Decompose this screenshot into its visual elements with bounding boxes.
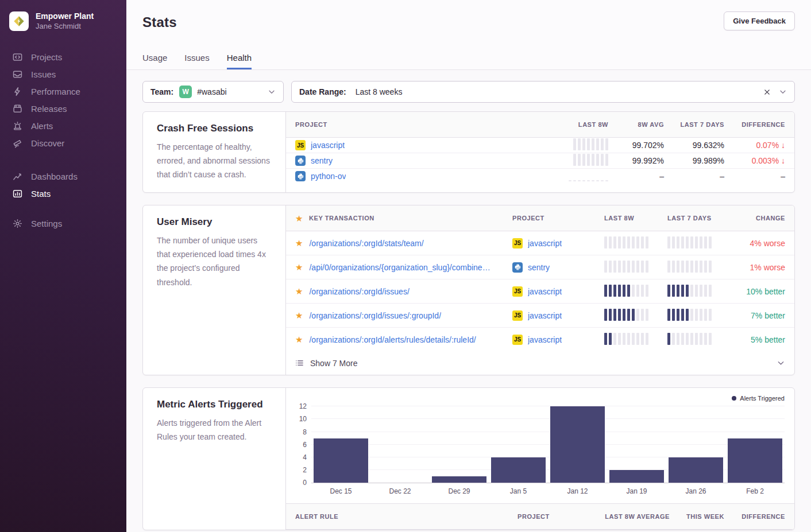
- column-header: 8W AVG: [638, 121, 664, 128]
- date-range-value: Last 8 weeks: [356, 87, 403, 96]
- chart-plot: [311, 405, 785, 483]
- sidebar-item-label: Dashboards: [31, 172, 78, 181]
- avg-value: 99.702%: [632, 141, 664, 150]
- difference-value: 0.003% ↓: [752, 156, 785, 165]
- column-header: LAST 8W AVERAGE: [605, 513, 670, 520]
- user-misery-row: ★/organizations/:orgId/issues/:groupId/J…: [286, 304, 794, 328]
- x-tick-label: Jan 12: [548, 487, 607, 495]
- user-misery-row: ★/organizations/:orgId/stats/team/JSjava…: [286, 231, 794, 255]
- key-transaction-star-icon[interactable]: ★: [295, 239, 303, 247]
- chevron-down-icon[interactable]: [777, 359, 785, 367]
- javascript-platform-icon: JS: [512, 286, 523, 297]
- column-header: CHANGE: [756, 215, 785, 222]
- sidebar-item-dashboards[interactable]: Dashboards: [9, 168, 117, 185]
- tab-usage[interactable]: Usage: [142, 53, 167, 69]
- clear-icon[interactable]: [763, 88, 771, 96]
- show-more-row[interactable]: Show 7 More: [286, 351, 794, 375]
- transaction-link[interactable]: /organizations/:orgId/issues/:groupId/: [309, 311, 441, 320]
- sidebar-nav: ProjectsIssuesPerformanceReleasesAlertsD…: [9, 48, 117, 232]
- sidebar-item-settings[interactable]: Settings: [9, 215, 117, 232]
- metric-alerts-panel: Metric Alerts Triggered Alerts triggered…: [142, 387, 795, 530]
- sidebar-item-projects[interactable]: Projects: [9, 48, 117, 65]
- page-body: Team: W #wasabi Date Range: Last 8 weeks: [126, 70, 811, 532]
- change-value: 10% better: [746, 287, 785, 296]
- transaction-link[interactable]: /api/0/organizations/{organization_slug}…: [309, 263, 490, 272]
- give-feedback-button[interactable]: Give Feedback: [724, 11, 795, 30]
- project-link[interactable]: javascript: [311, 141, 345, 150]
- filter-bar: Team: W #wasabi Date Range: Last 8 weeks: [142, 81, 795, 103]
- key-transaction-star-icon[interactable]: ★: [295, 311, 303, 320]
- alerts-icon: [11, 121, 23, 131]
- tab-issues[interactable]: Issues: [184, 53, 209, 69]
- transaction-link[interactable]: /organizations/:orgId/issues/: [309, 287, 409, 296]
- project-link[interactable]: javascript: [528, 311, 562, 320]
- y-tick-label: 0: [303, 479, 307, 487]
- crash-free-table: PROJECTLAST 8W8W AVGLAST 7 DAYSDIFFERENC…: [286, 112, 794, 192]
- page-header: Stats Give Feedback UsageIssuesHealth: [126, 0, 811, 70]
- project-cell: JSjavascript: [512, 238, 604, 248]
- x-tick-label: Dec 15: [311, 487, 370, 495]
- project-link[interactable]: sentry: [528, 263, 550, 272]
- sidebar-item-discover[interactable]: Discover: [9, 134, 117, 152]
- project-link[interactable]: javascript: [528, 287, 562, 296]
- trend-sparkline: [667, 236, 712, 248]
- team-value: #wasabi: [197, 87, 226, 96]
- column-header: DIFFERENCE: [742, 513, 785, 520]
- chart-y-axis: 024681012: [294, 405, 311, 483]
- key-transaction-star-icon[interactable]: ★: [295, 263, 303, 271]
- crash-free-description: Crash Free Sessions The percentage of he…: [143, 112, 286, 192]
- project-cell: sentry: [512, 262, 604, 273]
- tab-health[interactable]: Health: [227, 53, 252, 69]
- chart-bar-jan-12: [550, 406, 605, 483]
- project-link[interactable]: python-ov: [311, 172, 346, 181]
- column-header: LAST 8W: [578, 121, 608, 128]
- star-icon: ★: [295, 214, 303, 223]
- key-transaction-star-icon[interactable]: ★: [295, 287, 303, 296]
- trend-sparkline: [604, 260, 648, 273]
- project-cell: sentry: [295, 156, 536, 166]
- trend-sparkline: [667, 260, 712, 273]
- last7-value: 99.989%: [693, 156, 724, 165]
- chevron-down-icon[interactable]: [779, 88, 787, 96]
- sidebar-item-issues[interactable]: Issues: [9, 65, 117, 83]
- org-user: Jane Schmidt: [36, 22, 94, 32]
- chart-bar-dec-29: [432, 476, 487, 483]
- key-transaction-star-icon[interactable]: ★: [295, 335, 303, 344]
- sidebar-item-releases[interactable]: Releases: [9, 100, 117, 117]
- chart-x-axis: Dec 15Dec 22Dec 29Jan 5Jan 12Jan 19Jan 2…: [311, 487, 785, 495]
- last7-value: 99.632%: [693, 141, 724, 150]
- project-link[interactable]: javascript: [528, 335, 562, 344]
- sidebar-item-alerts[interactable]: Alerts: [9, 117, 117, 134]
- project-link[interactable]: sentry: [311, 156, 333, 165]
- transaction-link[interactable]: /organizations/:orgId/alerts/rules/detai…: [309, 335, 476, 344]
- sidebar-item-label: Issues: [31, 69, 56, 79]
- column-header: LAST 8W: [604, 215, 667, 222]
- javascript-platform-icon: JS: [512, 310, 523, 321]
- trend-sparkline: [667, 332, 712, 345]
- transaction-link[interactable]: /organizations/:orgId/stats/team/: [309, 239, 423, 248]
- user-misery-panel: User Misery The number of unique users t…: [142, 205, 795, 375]
- date-range-selector[interactable]: Date Range: Last 8 weeks: [291, 81, 795, 103]
- project-link[interactable]: javascript: [528, 239, 562, 248]
- chart-bar-jan-26: [669, 457, 724, 483]
- alerts-chart: Alerts Triggered 024681012 Dec 15Dec 22D…: [286, 388, 794, 495]
- sidebar-item-stats[interactable]: Stats: [9, 185, 117, 202]
- org-switcher[interactable]: Empower Plant Jane Schmidt: [9, 11, 117, 31]
- transaction-cell: ★/api/0/organizations/{organization_slug…: [295, 263, 512, 272]
- column-header: PROJECT: [295, 121, 536, 128]
- sidebar-item-performance[interactable]: Performance: [9, 83, 117, 100]
- team-selector[interactable]: Team: W #wasabi: [142, 81, 284, 103]
- y-tick-label: 2: [303, 466, 307, 474]
- sidebar-item-label: Projects: [31, 52, 62, 62]
- x-tick-label: Jan 26: [666, 487, 725, 495]
- chart-bar-dec-15: [314, 438, 369, 483]
- page-title: Stats: [142, 14, 177, 31]
- trend-sparkline: [604, 284, 648, 297]
- difference-value: –: [781, 172, 785, 181]
- stats-icon: [11, 188, 23, 199]
- chart-legend[interactable]: Alerts Triggered: [732, 395, 785, 402]
- chevron-down-icon[interactable]: [268, 88, 276, 96]
- last7-value: –: [720, 172, 724, 181]
- column-header: ★KEY TRANSACTION: [295, 214, 512, 223]
- sidebar: Empower Plant Jane Schmidt ProjectsIssue…: [0, 0, 126, 532]
